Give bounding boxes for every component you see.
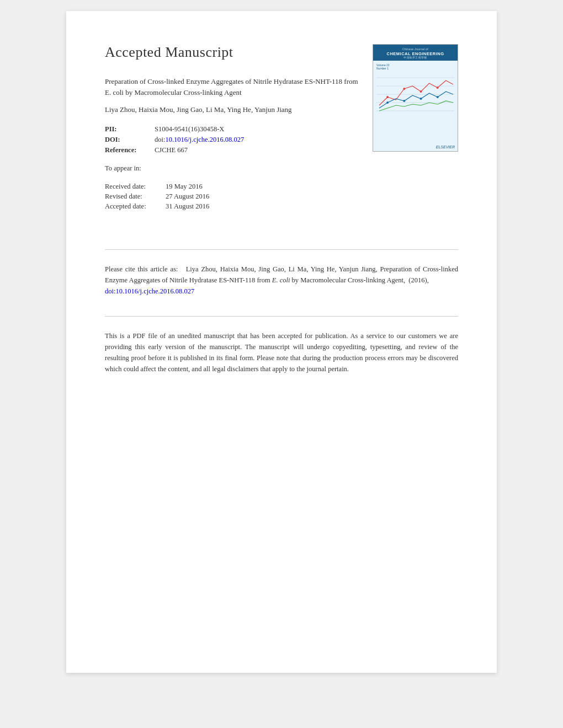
svg-point-12: [437, 96, 439, 98]
doi-label: DOI:: [105, 136, 155, 144]
revised-row: Revised date: 27 August 2016: [105, 192, 362, 201]
elsevier-logo: ELSEVIER: [436, 145, 455, 149]
received-label: Received date:: [105, 183, 166, 191]
accepted-value: 31 August 2016: [166, 202, 209, 211]
svg-point-11: [420, 98, 422, 100]
received-value: 19 May 2016: [166, 183, 203, 191]
reference-label: Reference:: [105, 146, 155, 154]
to-appear: To appear in:: [105, 164, 362, 173]
citation-doi-link[interactable]: doi:10.1016/j.cjche.2016.08.027: [105, 287, 194, 295]
doi-value: doi:10.1016/j.cjche.2016.08.027: [155, 136, 244, 144]
revised-value: 27 August 2016: [166, 192, 209, 201]
journal-cover-vol: Volume 22Number 1: [376, 63, 454, 70]
svg-point-9: [386, 101, 389, 104]
citation-prefix: Please cite this article as: Liya Zhou, …: [105, 265, 458, 284]
accepted-row: Accepted date: 31 August 2016: [105, 202, 362, 211]
disclaimer-section: This is a PDF file of an unedited manusc…: [105, 330, 458, 374]
reference-row: Reference: CJCHE 667: [105, 146, 362, 154]
pii-label: PII:: [105, 125, 155, 133]
svg-point-8: [437, 87, 439, 89]
citation-text: Please cite this article as: Liya Zhou, …: [105, 264, 458, 297]
journal-cover: Chinese Journal of CHEMICAL ENGINEERING …: [373, 44, 458, 152]
divider-2: [105, 316, 458, 317]
journal-cover-subtitle: 中国化学工程学报: [376, 56, 454, 59]
svg-point-10: [403, 100, 405, 102]
citation-section: Please cite this article as: Liya Zhou, …: [105, 264, 458, 297]
header-left: Accepted Manuscript Preparation of Cross…: [105, 44, 362, 233]
cover-chart: [376, 72, 454, 116]
svg-point-5: [386, 96, 389, 98]
doi-row: DOI: doi:10.1016/j.cjche.2016.08.027: [105, 136, 362, 144]
revised-label: Revised date:: [105, 192, 166, 201]
journal-cover-body: Volume 22Number 1: [373, 61, 458, 151]
pii-value: S1004-9541(16)30458-X: [155, 125, 224, 133]
authors: Liya Zhou, Haixia Mou, Jing Gao, Li Ma, …: [105, 105, 362, 114]
dates-section: Received date: 19 May 2016 Revised date:…: [105, 183, 362, 211]
article-title: Preparation of Cross-linked Enzyme Aggre…: [105, 76, 362, 98]
journal-cover-header: Chinese Journal of CHEMICAL ENGINEERING …: [373, 45, 458, 61]
received-row: Received date: 19 May 2016: [105, 183, 362, 191]
disclaimer-text: This is a PDF file of an unedited manusc…: [105, 330, 458, 374]
svg-point-7: [420, 90, 422, 93]
accepted-manuscript-heading: Accepted Manuscript: [105, 44, 362, 61]
journal-cover-title-main: CHEMICAL ENGINEERING: [376, 51, 454, 57]
reference-value: CJCHE 667: [155, 146, 188, 154]
accepted-label: Accepted date:: [105, 202, 166, 211]
metadata-table: PII: S1004-9541(16)30458-X DOI: doi:10.1…: [105, 125, 362, 154]
header-section: Accepted Manuscript Preparation of Cross…: [105, 44, 458, 233]
divider-1: [105, 249, 458, 250]
document-page: Accepted Manuscript Preparation of Cross…: [66, 11, 497, 673]
svg-point-6: [403, 88, 405, 90]
doi-link[interactable]: 10.1016/j.cjche.2016.08.027: [165, 136, 244, 143]
pii-row: PII: S1004-9541(16)30458-X: [105, 125, 362, 133]
